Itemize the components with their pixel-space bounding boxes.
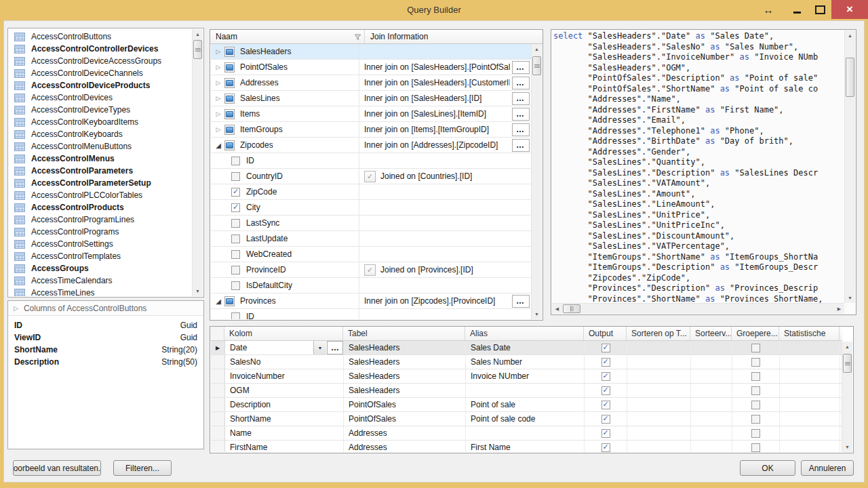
grid-row[interactable]: NameAddresses: [211, 426, 842, 441]
tree-name-cell[interactable]: ▷PointOfSales: [211, 60, 359, 75]
grid-header-group[interactable]: Groepere...: [732, 327, 779, 340]
preview-results-button[interactable]: oorbeeld van resultaten.: [13, 460, 101, 476]
join-ellipsis-button[interactable]: …: [512, 123, 530, 136]
table-list-item[interactable]: AccessControlPrograms: [9, 226, 192, 238]
scroll-up-icon[interactable]: ▲: [193, 29, 203, 39]
scrollbar-thumb[interactable]: [193, 40, 202, 59]
statistic-cell[interactable]: [780, 426, 840, 440]
kolom-editor[interactable]: Date▼…: [225, 341, 343, 354]
tree-name-cell[interactable]: ▷ItemGroups: [211, 122, 359, 137]
table-list-item[interactable]: AccessControlProducts: [9, 201, 192, 214]
table-list-item[interactable]: AccessControlParameterSetup: [9, 177, 192, 189]
sql-vertical-scrollbar[interactable]: ▲ ▼: [844, 30, 855, 303]
tree-row[interactable]: ▷ItemGroupsInner join on [Items].[ItemGr…: [211, 122, 531, 138]
join-ellipsis-button[interactable]: …: [512, 139, 530, 152]
tabel-cell[interactable]: PointOfSales: [344, 398, 466, 411]
alias-cell[interactable]: Point of sale: [466, 398, 585, 411]
filter-icon[interactable]: [354, 33, 361, 43]
grid-row[interactable]: OGMSalesHeaders: [211, 384, 842, 398]
tree-row[interactable]: LastSync: [211, 216, 531, 231]
scrollbar-thumb[interactable]: [846, 58, 854, 97]
row-selector[interactable]: [211, 412, 225, 426]
grid-header-kolom[interactable]: Kolom: [224, 327, 343, 340]
grid-header-alias[interactable]: Alias: [465, 327, 584, 340]
statistic-cell[interactable]: [780, 398, 840, 411]
tree-row[interactable]: ▷AddressesInner join on [SalesHeaders].[…: [211, 75, 531, 91]
column-checkbox[interactable]: [231, 219, 240, 228]
output-checkbox[interactable]: [601, 358, 610, 367]
expand-arrow-icon[interactable]: ▷: [214, 126, 222, 133]
column-checkbox[interactable]: [231, 172, 240, 181]
grid-header-tabel[interactable]: Tabel: [343, 327, 465, 340]
resize-icon[interactable]: ↔: [757, 0, 780, 19]
row-selector[interactable]: [211, 384, 225, 397]
tree-row[interactable]: ZipCode: [211, 184, 531, 200]
grid-row[interactable]: ShortNamePointOfSalesPoint of sale code: [211, 412, 842, 426]
grid-row[interactable]: ▶Date▼…SalesHeadersSales Date: [211, 341, 842, 355]
kolom-cell[interactable]: Name: [225, 426, 344, 440]
scroll-right-icon[interactable]: ▶: [834, 304, 844, 314]
table-list-item[interactable]: AccessControlDeviceProducts: [9, 79, 192, 92]
row-selector[interactable]: [211, 369, 225, 383]
join-check-icon[interactable]: ✓: [364, 264, 376, 276]
output-checkbox[interactable]: [601, 443, 610, 452]
statistic-cell[interactable]: [780, 412, 840, 426]
sort-type-cell[interactable]: [627, 341, 691, 354]
tree-row[interactable]: ID: [211, 309, 531, 319]
sort-type-cell[interactable]: [627, 412, 691, 426]
table-list-item[interactable]: AccessControlTemplates: [9, 250, 192, 262]
scroll-down-icon[interactable]: ▼: [842, 442, 852, 452]
alias-cell[interactable]: Point of sale code: [466, 412, 585, 426]
output-checkbox[interactable]: [601, 372, 610, 381]
tables-scrollbar[interactable]: ▲ ▼: [192, 29, 203, 296]
tree-row[interactable]: ProvinceID✓Joined on [Provinces].[ID]: [211, 262, 531, 278]
filter-button[interactable]: Filteren...: [113, 460, 172, 476]
tree-row[interactable]: ◢ProvincesInner join on [Zipcodes].[Prov…: [211, 293, 531, 309]
tree-row[interactable]: ▷SalesLinesInner join on [SalesHeaders].…: [211, 91, 531, 106]
kolom-cell[interactable]: InvoiceNumber: [225, 369, 344, 383]
table-list-item[interactable]: AccessGroups: [9, 262, 192, 274]
tree-row[interactable]: LastUpdate: [211, 231, 531, 247]
output-checkbox[interactable]: [601, 415, 610, 424]
tree-name-cell[interactable]: ID: [211, 309, 359, 319]
grid-header-output[interactable]: Output: [584, 327, 627, 340]
output-checkbox[interactable]: [601, 401, 610, 409]
scroll-down-icon[interactable]: ▼: [532, 309, 542, 319]
grid-header-sort2[interactable]: Sorteerv...: [690, 327, 732, 340]
column-checkbox[interactable]: [231, 281, 240, 290]
table-list-item[interactable]: AccessTimeLines: [9, 287, 192, 296]
tree-name-cell[interactable]: ◢Provinces: [211, 293, 359, 308]
tree-name-cell[interactable]: ◢Zipcodes: [211, 138, 359, 152]
group-checkbox[interactable]: [751, 429, 760, 438]
table-list-item[interactable]: AccessControlMenuButtons: [9, 140, 192, 152]
join-ellipsis-button[interactable]: …: [512, 92, 530, 105]
table-list-item[interactable]: AccessControlKeyboardItems: [9, 116, 192, 128]
column-checkbox[interactable]: [231, 312, 240, 320]
join-check-icon[interactable]: ✓: [364, 171, 376, 182]
sort-order-cell[interactable]: [691, 426, 732, 440]
group-checkbox[interactable]: [751, 415, 760, 424]
grid-header-sort1[interactable]: Sorteren op T...: [627, 327, 690, 340]
grid-row[interactable]: SalesNoSalesHeadersSales Number: [211, 355, 842, 369]
column-dropdown-button[interactable]: ▼: [313, 341, 326, 354]
expand-arrow-icon[interactable]: ▷: [214, 64, 222, 70]
sort-type-cell[interactable]: [627, 426, 691, 440]
output-checkbox[interactable]: [601, 429, 610, 438]
alias-cell[interactable]: [466, 426, 585, 440]
output-checkbox[interactable]: [601, 344, 610, 352]
column-header-join-information[interactable]: Join Information: [365, 30, 542, 43]
group-checkbox[interactable]: [751, 358, 760, 367]
group-checkbox[interactable]: [751, 401, 760, 409]
tabel-cell[interactable]: PointOfSales: [344, 412, 466, 426]
row-selector[interactable]: [211, 398, 225, 411]
scroll-down-icon[interactable]: ▼: [193, 286, 203, 296]
tree-row[interactable]: ▷SalesHeaders: [211, 44, 531, 60]
scrollbar-thumb[interactable]: [843, 354, 852, 373]
column-checkbox[interactable]: [231, 203, 240, 212]
statistic-cell[interactable]: [780, 369, 840, 383]
tree-row[interactable]: ▷ItemsInner join on [SalesLines].[ItemID…: [211, 106, 531, 122]
sort-order-cell[interactable]: [691, 384, 732, 397]
sort-type-cell[interactable]: [627, 441, 691, 452]
table-list-item[interactable]: AccessControlDeviceTypes: [9, 104, 192, 116]
row-selector[interactable]: ▶: [211, 341, 225, 354]
